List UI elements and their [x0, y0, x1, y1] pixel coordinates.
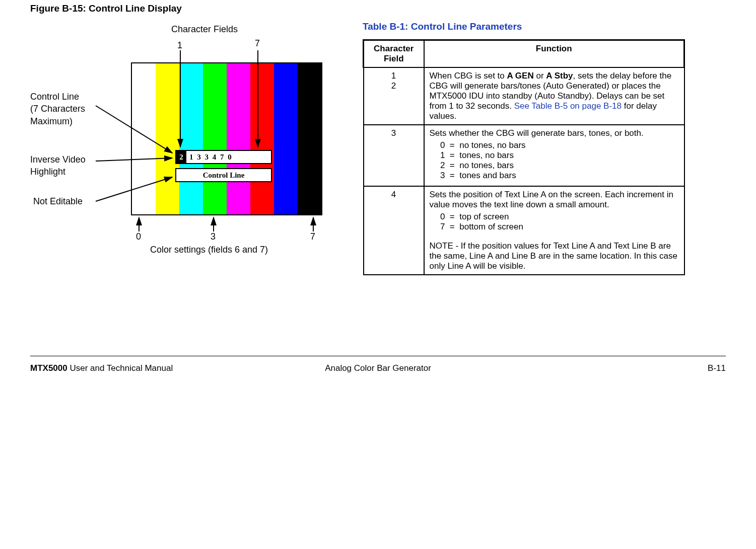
field-value-2: 2 — [369, 81, 419, 91]
cell-field-1-2: 1 2 — [364, 67, 424, 125]
not-editable-callout: Not Editable — [33, 196, 83, 207]
cell-function-3: Sets whether the CBG will generate bars,… — [424, 125, 684, 186]
cell-field-4: 4 — [364, 186, 424, 275]
top-marker-1: 1 — [177, 40, 182, 51]
footer-page-number: B-11 — [708, 363, 726, 373]
option-list: 0 = no tones, no bars 1 = tones, no bars… — [436, 140, 679, 181]
func-bold-agen: A GEN — [507, 71, 534, 81]
table-row: 3 Sets whether the CBG will generate bar… — [364, 125, 684, 186]
control-line-callout-l2: (7 Characters — [30, 103, 85, 115]
spacer — [430, 234, 679, 241]
page-footer: MTX5000 User and Technical Manual Analog… — [30, 356, 726, 373]
option-item: 1 = tones, no bars — [436, 150, 679, 161]
bottom-marker-3: 3 — [211, 231, 216, 242]
footer-product-name: MTX5000 — [30, 363, 67, 373]
figure-title: Figure B-15: Control Line Display — [30, 3, 726, 14]
table-row: 4 Sets the position of Text Line A on th… — [364, 186, 684, 275]
color-settings-label: Color settings (fields 6 and 7) — [150, 245, 268, 255]
option-list: 0 = top of screen 7 = bottom of screen — [436, 212, 679, 232]
bar-black — [298, 63, 321, 214]
inverse-video-l2: Highlight — [30, 166, 86, 178]
header-character-field: Character Field — [364, 40, 424, 68]
cross-reference-link[interactable]: See Table B-5 on page B-18 — [514, 101, 622, 111]
footer-center: Analog Color Bar Generator — [325, 363, 431, 373]
footer-left: MTX5000 User and Technical Manual — [30, 363, 173, 373]
control-line-row-1: 2 1 3 3 4 7 0 — [175, 150, 272, 164]
option-item: 0 = no tones, no bars — [436, 140, 679, 150]
table-row: 1 2 When CBG is set to A GEN or A Stby, … — [364, 67, 684, 125]
option-item: 2 = no tones, bars — [436, 161, 679, 171]
cell-function-1-2: When CBG is set to A GEN or A Stby, sets… — [424, 67, 684, 125]
option-item: 3 = tones and bars — [436, 171, 679, 181]
header-function: Function — [424, 40, 684, 68]
option-item: 7 = bottom of screen — [436, 222, 679, 232]
field-value-3: 3 — [369, 128, 419, 138]
top-marker-7: 7 — [255, 38, 260, 49]
bar-white — [132, 63, 156, 214]
control-line-digits: 1 3 3 4 7 0 — [189, 151, 233, 163]
func-bold-astby: A Stby — [546, 71, 573, 81]
func-text: Sets the position of Text Line A on the … — [430, 190, 679, 210]
bar-red — [250, 63, 274, 214]
inverse-video-l1: Inverse Video — [30, 153, 86, 166]
diagram-column: Character Fields 1 7 Control Line (7 Cha… — [30, 21, 332, 263]
footer-doc-name: User and Technical Manual — [67, 363, 173, 373]
control-line-callout: Control Line (7 Characters Maximum) — [30, 91, 85, 127]
cell-field-3: 3 — [364, 125, 424, 186]
bar-green — [203, 63, 227, 214]
page-root: Figure B-15: Control Line Display Charac… — [0, 0, 756, 388]
control-line-diagram: Character Fields 1 7 Control Line (7 Cha… — [30, 21, 332, 263]
func-text: Sets whether the CBG will generate bars,… — [430, 128, 679, 138]
bar-yellow — [156, 63, 179, 214]
note-text: NOTE - If the position values for Text L… — [430, 241, 679, 271]
bottom-marker-0: 0 — [136, 231, 141, 242]
option-item: 0 = top of screen — [436, 212, 679, 222]
control-line-caption: Control Line — [176, 169, 271, 181]
table-title: Table B-1: Control Line Parameters — [363, 21, 685, 32]
cell-function-4: Sets the position of Text Line A on the … — [424, 186, 684, 275]
control-line-boxes: 2 1 3 3 4 7 0 Control Line — [175, 150, 272, 182]
control-line-callout-l1: Control Line — [30, 91, 85, 103]
content-columns: Character Fields 1 7 Control Line (7 Cha… — [30, 21, 726, 275]
func-text: or — [534, 71, 546, 81]
bar-cyan — [179, 63, 203, 214]
table-header-row: Character Field Function — [364, 40, 684, 68]
control-line-row-2: Control Line — [175, 168, 272, 182]
bottom-marker-7: 7 — [310, 231, 315, 242]
func-text: When CBG is set to — [430, 71, 507, 81]
control-line-callout-l3: Maximum) — [30, 115, 85, 127]
color-bars — [131, 62, 322, 215]
inverse-video-callout: Inverse Video Highlight — [30, 153, 86, 178]
field-value-4: 4 — [369, 190, 419, 200]
parameters-table: Character Field Function 1 2 When CBG is… — [363, 39, 685, 275]
inverse-video-cell: 2 — [176, 151, 186, 163]
table-column: Table B-1: Control Line Parameters Chara… — [363, 21, 685, 275]
bar-magenta — [227, 63, 250, 214]
field-value-1: 1 — [369, 71, 419, 81]
bar-blue — [274, 63, 298, 214]
character-fields-label: Character Fields — [171, 24, 238, 35]
